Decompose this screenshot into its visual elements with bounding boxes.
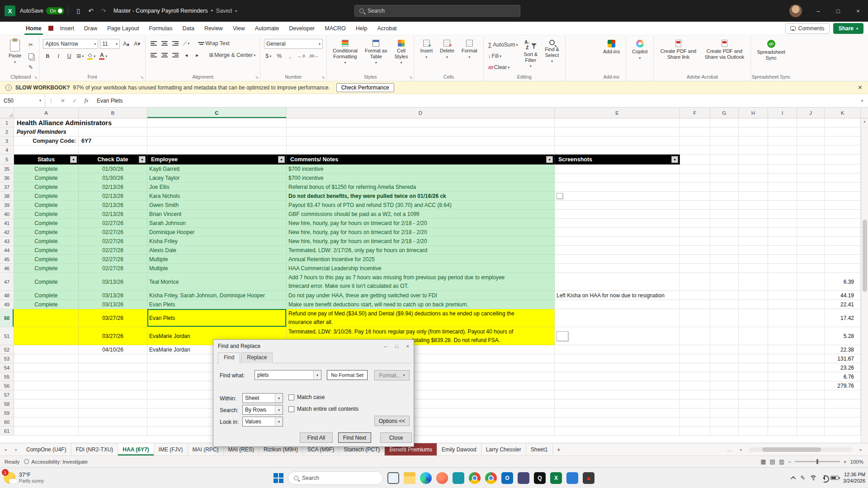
black-q-app-icon[interactable]: Q xyxy=(534,472,546,484)
amount-cell[interactable]: 279.76 xyxy=(825,381,861,390)
row-number[interactable]: 39 xyxy=(0,201,14,210)
comments-cell[interactable]: Referral bonus of $1250 for referring Am… xyxy=(287,183,555,192)
find-what-dropdown-icon[interactable]: ▾ xyxy=(313,371,321,380)
sheet-tab-haa-6y7-[interactable]: HAA (6Y7) xyxy=(118,443,154,455)
grid-cell[interactable] xyxy=(768,155,797,164)
grid-cell[interactable] xyxy=(739,300,768,309)
grid-cell[interactable] xyxy=(710,354,739,363)
column-header-J[interactable]: J xyxy=(797,108,825,118)
amount-cell[interactable] xyxy=(825,255,861,264)
grid-cell[interactable] xyxy=(680,228,710,237)
conditional-formatting-button[interactable]: Conditional Formatting▾ xyxy=(330,38,360,73)
tab-overflow-icon[interactable]: … xyxy=(727,446,732,453)
row-number[interactable]: 60 xyxy=(0,418,14,427)
row-number[interactable]: 61 xyxy=(0,427,14,436)
check-date-cell[interactable]: 02/27/26 xyxy=(79,255,147,264)
grid-cell[interactable] xyxy=(797,399,825,408)
copy-button[interactable] xyxy=(26,52,35,61)
grid-cell[interactable] xyxy=(797,354,825,363)
row-number[interactable]: 55 xyxy=(0,372,14,381)
comments-cell[interactable]: Do not deduct benefits, they were pulled… xyxy=(287,192,555,201)
row-number[interactable]: 45 xyxy=(0,255,14,264)
grid-cell[interactable] xyxy=(710,327,739,345)
grid-cell[interactable] xyxy=(825,136,861,145)
grid-cell[interactable] xyxy=(797,192,825,201)
format-as-table-button[interactable]: Format as Table▾ xyxy=(363,38,390,73)
screenshots-cell[interactable] xyxy=(555,219,680,228)
employee-cell[interactable]: Kisha Friley xyxy=(147,237,287,246)
grid-cell[interactable] xyxy=(797,408,825,418)
select-all-corner[interactable] xyxy=(0,108,14,118)
dialog-title-bar[interactable]: Find and Replace – □ × xyxy=(213,340,414,352)
outlook-icon[interactable]: O xyxy=(501,472,513,484)
grid-cell[interactable] xyxy=(768,327,797,345)
grid-cell[interactable] xyxy=(555,127,680,136)
screenshots-cell[interactable] xyxy=(555,418,680,427)
cell-text[interactable]: Payroll Reminders xyxy=(14,127,69,136)
comments-cell[interactable]: Make sure benefit deductions start, will… xyxy=(287,300,555,309)
grid-cell[interactable] xyxy=(555,145,680,155)
decrease-indent-button[interactable]: ◂ xyxy=(182,51,191,60)
row-number[interactable]: 59 xyxy=(0,408,14,418)
row-number[interactable]: 58 xyxy=(0,399,14,408)
table-header-employee[interactable]: Employee▾ xyxy=(147,155,287,164)
status-cell[interactable]: Complete xyxy=(14,273,79,291)
grid-cell[interactable] xyxy=(768,309,797,327)
grid-cell[interactable] xyxy=(768,381,797,390)
grid-cell[interactable] xyxy=(287,127,555,136)
grid-cell[interactable] xyxy=(739,155,768,164)
grid-cell[interactable] xyxy=(797,363,825,372)
grid-cell[interactable] xyxy=(768,192,797,201)
grid-cell[interactable] xyxy=(797,174,825,183)
amount-cell[interactable]: 22.41 xyxy=(825,300,861,309)
grid-cell[interactable] xyxy=(710,192,739,201)
accessibility-status[interactable]: Accessibility: Investigate xyxy=(24,459,88,465)
grid-cell[interactable] xyxy=(680,363,710,372)
grid-cell[interactable] xyxy=(680,174,710,183)
employee-cell[interactable]: Brian Vincent xyxy=(147,210,287,219)
employee-cell[interactable]: Multiple xyxy=(147,264,287,273)
row-number[interactable]: 38 xyxy=(0,192,14,201)
check-date-cell[interactable] xyxy=(79,390,147,399)
employee-cell[interactable]: Dominique Hooper xyxy=(147,228,287,237)
row-number[interactable]: 42 xyxy=(0,228,14,237)
amount-cell[interactable] xyxy=(825,237,861,246)
row-number[interactable]: 50 xyxy=(0,309,14,327)
grid-cell[interactable] xyxy=(680,246,710,255)
grid-cell[interactable] xyxy=(768,237,797,246)
amount-cell[interactable] xyxy=(825,183,861,192)
screenshots-cell[interactable] xyxy=(555,228,680,237)
ribbon-tab-automate[interactable]: Automate xyxy=(250,22,284,35)
decrease-font-button[interactable]: A▾ xyxy=(132,39,142,48)
screenshots-cell[interactable] xyxy=(555,264,680,273)
font-dialog-launcher[interactable]: ⇘ xyxy=(141,75,144,80)
grid-cell[interactable] xyxy=(680,145,710,155)
next-sheet-button[interactable]: ▸ xyxy=(11,443,22,455)
screenshots-cell[interactable] xyxy=(555,363,680,372)
grid-cell[interactable] xyxy=(680,136,710,145)
check-date-cell[interactable] xyxy=(79,399,147,408)
insert-cells-button[interactable]: +Insert▾ xyxy=(418,38,435,73)
grid-cell[interactable] xyxy=(710,345,739,354)
grid-cell[interactable] xyxy=(739,309,768,327)
grid-cell[interactable] xyxy=(710,174,739,183)
check-date-cell[interactable]: 02/27/26 xyxy=(79,264,147,273)
check-date-cell[interactable]: 03/27/26 xyxy=(79,309,147,327)
grid-cell[interactable] xyxy=(739,145,768,155)
screenshots-cell[interactable] xyxy=(555,246,680,255)
grid-cell[interactable] xyxy=(680,219,710,228)
addins-button[interactable]: Add-ins xyxy=(601,38,622,73)
undo-button[interactable]: ↶ xyxy=(85,7,97,14)
grid-cell[interactable] xyxy=(710,201,739,210)
row-number[interactable]: 1 xyxy=(0,118,14,127)
status-cell[interactable]: Complete xyxy=(14,228,79,237)
screenshots-cell[interactable] xyxy=(555,345,680,354)
grid-cell[interactable] xyxy=(825,127,861,136)
grid-cell[interactable] xyxy=(287,145,555,155)
grid-cell[interactable] xyxy=(768,372,797,381)
within-select[interactable]: Sheet ▾ xyxy=(242,393,283,403)
status-cell[interactable] xyxy=(14,408,79,418)
row-number[interactable]: 36 xyxy=(0,174,14,183)
number-dialog-launcher[interactable]: ⇘ xyxy=(321,75,325,80)
grid-cell[interactable] xyxy=(797,127,825,136)
